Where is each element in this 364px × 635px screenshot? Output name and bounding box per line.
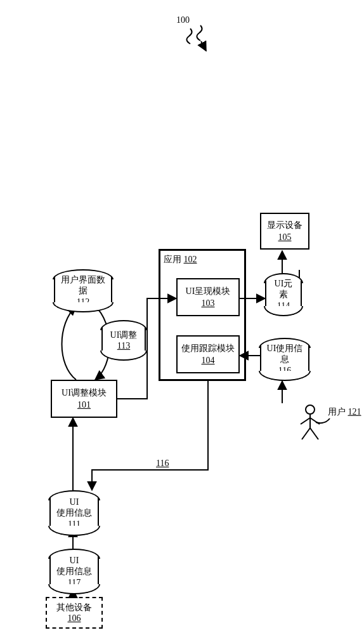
usage116-num: 116 bbox=[278, 365, 291, 377]
user-num: 121 bbox=[348, 407, 361, 417]
user-title: 用户 bbox=[328, 407, 346, 417]
scroll-ui-data-112: 用户界面数据112 bbox=[54, 274, 112, 307]
svg-point-10 bbox=[306, 405, 315, 414]
svg-line-13 bbox=[310, 418, 320, 424]
box-other-device-106: 其他设备 106 bbox=[46, 597, 103, 629]
display-title: 显示设备 bbox=[267, 220, 302, 231]
other-title: 其他设备 bbox=[56, 602, 92, 613]
usage111-l1: UI bbox=[70, 497, 79, 508]
present-num: 103 bbox=[202, 298, 215, 309]
scroll-ui-usage-116: UI使用信息 116 bbox=[260, 343, 309, 376]
ui-elements-title: UI元素 bbox=[270, 278, 297, 300]
present-title: UI呈现模块 bbox=[186, 286, 231, 297]
scroll-ui-usage-111: UI 使用信息 111 bbox=[49, 495, 99, 531]
usage117-l1: UI bbox=[70, 555, 79, 566]
box-present-module-103: UI呈现模块 103 bbox=[176, 278, 240, 316]
other-num: 106 bbox=[68, 613, 81, 624]
usage117-num: 117 bbox=[68, 577, 81, 589]
box-ui-adjust-module-num: 101 bbox=[77, 399, 91, 411]
scroll-ui-adjust-title: UI调整 bbox=[110, 330, 138, 341]
box-display-device-105: 显示设备 105 bbox=[260, 213, 309, 250]
svg-line-12 bbox=[301, 418, 310, 424]
svg-line-15 bbox=[310, 428, 318, 439]
scroll-ui-adjust-num: 113 bbox=[117, 340, 130, 352]
scroll-ui-data-num: 112 bbox=[77, 297, 89, 308]
usage117-l2: 使用信息 bbox=[56, 566, 92, 577]
box-ui-adjust-module-101: UI调整模块 101 bbox=[51, 380, 117, 418]
user-icon bbox=[298, 404, 322, 441]
edge-label-116: 116 bbox=[156, 458, 169, 469]
box-track-module-104: 使用跟踪模块 104 bbox=[176, 335, 240, 373]
edge-116-text: 116 bbox=[156, 458, 169, 468]
user-label: 用户 121 bbox=[328, 406, 361, 418]
svg-line-0 bbox=[201, 41, 206, 51]
diagram-canvas: { "fig": { "ref": "100" }, "ui_data": { … bbox=[0, 0, 364, 635]
box-app-label: 应用 102 bbox=[164, 254, 197, 265]
app-num: 102 bbox=[184, 255, 197, 264]
scroll-ui-elements-114: UI元素 114 bbox=[265, 278, 302, 311]
svg-line-14 bbox=[302, 428, 310, 439]
display-num: 105 bbox=[278, 232, 292, 243]
usage111-num: 111 bbox=[68, 519, 81, 530]
ui-elements-num: 114 bbox=[277, 300, 290, 312]
scroll-ui-usage-117: UI 使用信息 117 bbox=[49, 554, 99, 589]
track-title: 使用跟踪模块 bbox=[181, 343, 235, 354]
box-ui-adjust-module-title: UI调整模块 bbox=[62, 387, 107, 399]
figure-ref-100: 100 bbox=[176, 15, 190, 25]
track-num: 104 bbox=[202, 355, 215, 366]
scroll-ui-data-title: 用户界面数据 bbox=[59, 274, 107, 297]
figure-ref-text: 100 bbox=[176, 15, 190, 25]
app-title: 应用 bbox=[164, 255, 181, 264]
scroll-ui-adjust-113: UI调整 113 bbox=[101, 325, 146, 356]
usage116-title: UI使用信息 bbox=[265, 343, 304, 365]
usage111-l2: 使用信息 bbox=[56, 507, 92, 519]
